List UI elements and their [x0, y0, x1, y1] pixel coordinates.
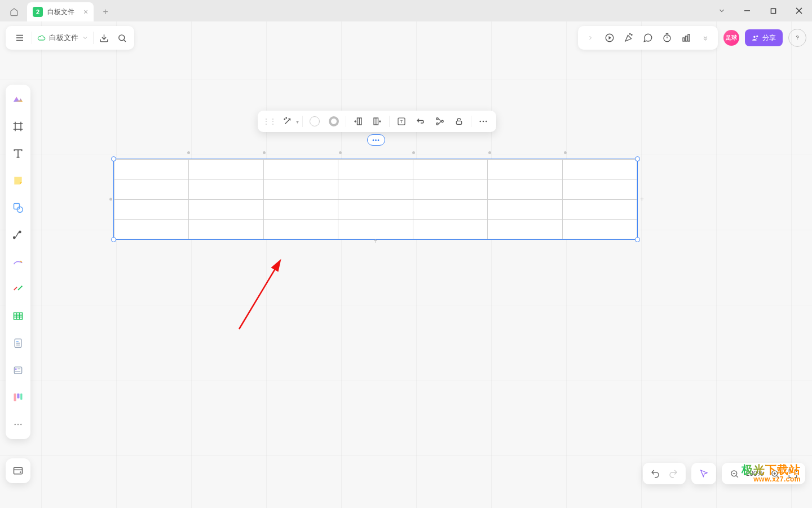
share-icon — [752, 34, 759, 42]
insert-column-left-button[interactable] — [350, 113, 367, 130]
insert-column-right-button[interactable] — [369, 113, 386, 130]
document-tab[interactable]: 2 白板文件 × — [27, 2, 94, 21]
svg-rect-70 — [456, 121, 461, 124]
col-marker[interactable] — [339, 151, 342, 154]
minimize-button[interactable] — [734, 0, 760, 21]
share-button[interactable]: 分享 — [745, 29, 783, 46]
highlighter-tool[interactable] — [9, 280, 27, 298]
history-card — [643, 463, 686, 484]
sticky-note-tool[interactable] — [9, 172, 27, 190]
app-header-left: 白板文件 — [6, 26, 134, 50]
text-tool[interactable] — [9, 144, 27, 163]
svg-point-55 — [284, 119, 285, 120]
resize-handle-ne[interactable] — [635, 156, 640, 161]
present-button[interactable] — [601, 27, 619, 49]
app-header-right: 足球 分享 — [578, 26, 806, 50]
layers-panel-button[interactable] — [6, 458, 30, 483]
left-toolbar — [6, 85, 30, 439]
tab-close-icon[interactable]: × — [83, 7, 88, 16]
canvas[interactable] — [0, 21, 812, 508]
border-color-button[interactable] — [325, 113, 342, 130]
ai-magic-button[interactable] — [279, 113, 296, 130]
chevron-down-icon[interactable]: ▾ — [296, 119, 299, 125]
document-tool[interactable] — [9, 334, 27, 352]
table-grid[interactable] — [114, 159, 637, 239]
svg-point-13 — [630, 34, 631, 35]
resize-handle-nw[interactable] — [111, 156, 116, 161]
col-marker[interactable] — [412, 151, 415, 154]
help-button[interactable] — [788, 29, 806, 47]
svg-point-8 — [118, 34, 124, 40]
svg-line-79 — [776, 475, 778, 477]
drag-grip-icon[interactable]: ⋮⋮ — [262, 117, 277, 126]
svg-rect-19 — [688, 34, 690, 41]
menu-button[interactable] — [9, 27, 30, 49]
svg-marker-11 — [609, 36, 612, 40]
col-marker[interactable] — [488, 151, 491, 154]
card-tool[interactable] — [9, 361, 27, 379]
add-column-button[interactable]: + — [640, 195, 644, 203]
file-name-label: 白板文件 — [49, 33, 78, 43]
svg-point-67 — [436, 118, 438, 120]
export-button[interactable] — [95, 27, 113, 49]
home-button[interactable] — [6, 3, 23, 20]
expand-header-icon[interactable] — [581, 27, 599, 49]
window-dropdown-icon[interactable] — [709, 0, 734, 21]
svg-point-49 — [14, 424, 16, 426]
search-button[interactable] — [113, 27, 131, 49]
timer-button[interactable] — [658, 27, 676, 49]
close-button[interactable] — [786, 0, 812, 21]
connector-tool[interactable] — [9, 226, 27, 244]
frame-tool[interactable] — [9, 117, 27, 135]
fit-view-button[interactable] — [784, 465, 802, 483]
file-name-chip[interactable]: 白板文件 — [33, 33, 92, 43]
pen-tool[interactable] — [9, 253, 27, 271]
avatar-label: 足球 — [726, 34, 737, 42]
svg-point-56 — [286, 117, 287, 119]
confetti-button[interactable] — [620, 27, 638, 49]
svg-point-21 — [756, 35, 758, 37]
selection-menu-pill[interactable]: ••• — [367, 134, 385, 146]
maximize-button[interactable] — [760, 0, 786, 21]
table-tool[interactable] — [9, 307, 27, 325]
svg-rect-33 — [14, 313, 23, 319]
redo-button[interactable] — [664, 465, 682, 483]
share-label: 分享 — [762, 33, 776, 43]
resize-handle-se[interactable] — [635, 237, 640, 242]
user-avatar[interactable]: 足球 — [723, 30, 739, 46]
undo-button[interactable] — [646, 465, 664, 483]
zoom-level-label[interactable]: 100% — [743, 470, 766, 478]
selection-context-toolbar: ⋮⋮ ▾ T — [258, 111, 496, 132]
new-tab-button[interactable]: + — [97, 3, 114, 20]
branch-button[interactable] — [431, 113, 448, 130]
vote-button[interactable] — [677, 27, 695, 49]
comment-button[interactable] — [639, 27, 657, 49]
zoom-out-button[interactable] — [725, 465, 743, 483]
selected-table-object[interactable]: + + — [113, 159, 638, 240]
template-tool[interactable] — [9, 90, 27, 108]
svg-point-12 — [632, 34, 633, 36]
zoom-card: 100% — [722, 463, 805, 484]
svg-line-9 — [123, 40, 125, 41]
svg-point-73 — [486, 121, 487, 122]
zoom-in-button[interactable] — [766, 465, 784, 483]
more-header-icon[interactable] — [696, 27, 714, 49]
text-format-button[interactable]: T — [393, 113, 410, 130]
svg-rect-18 — [686, 36, 687, 41]
svg-point-22 — [797, 40, 797, 40]
fill-color-button[interactable] — [306, 113, 323, 130]
row-marker[interactable] — [109, 198, 112, 201]
col-marker[interactable] — [187, 151, 190, 154]
svg-rect-43 — [15, 369, 17, 370]
cursor-tool[interactable] — [695, 465, 713, 483]
window-controls — [709, 0, 812, 21]
shape-tool[interactable] — [9, 199, 27, 217]
link-button[interactable] — [412, 113, 429, 130]
more-tools-button[interactable] — [9, 415, 27, 433]
cloud-sync-icon — [37, 33, 46, 42]
more-options-button[interactable] — [475, 113, 492, 130]
resize-handle-sw[interactable] — [111, 237, 116, 242]
kanban-tool[interactable] — [9, 388, 27, 406]
lock-button[interactable] — [451, 113, 467, 130]
add-row-button[interactable]: + — [373, 237, 377, 245]
